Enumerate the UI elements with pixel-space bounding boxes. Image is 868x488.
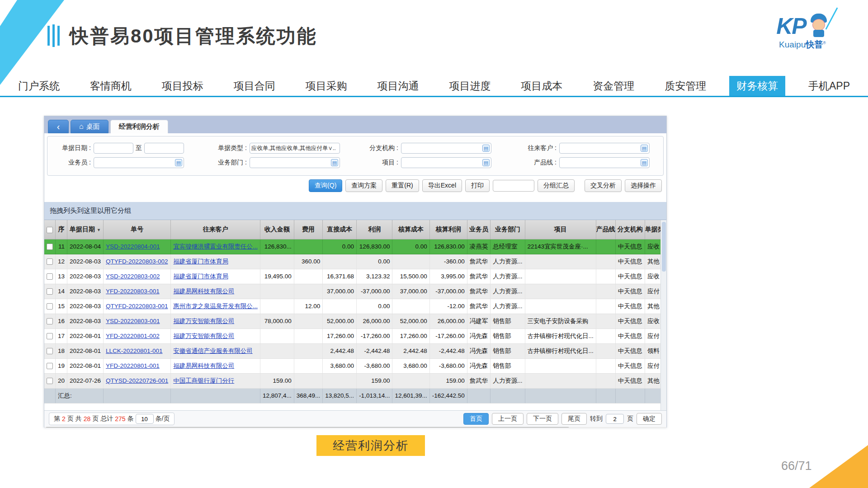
table-row[interactable]: 202022-07-26QTYSD-20220726-001中国工商银行厦门分行… xyxy=(44,373,666,388)
doc_no-link[interactable]: YFD-20220801-001 xyxy=(106,362,160,369)
prev-page-button[interactable]: 上一页 xyxy=(492,413,524,425)
table-row[interactable]: 142022-08-03YFD-20220803-001福建易网科技有限公司37… xyxy=(44,284,666,299)
table-row[interactable]: 112022-08-04YSD-20220804-001宜宾骏继洪骥置业有限责任… xyxy=(44,239,666,254)
export-excel-button[interactable]: 导出Excel xyxy=(422,179,462,192)
row-checkbox[interactable] xyxy=(47,273,53,280)
doc_no-link[interactable]: LLCK-20220801-001 xyxy=(106,347,162,354)
column-header-direct_cost[interactable]: 直接成本 xyxy=(323,220,357,239)
row-checkbox[interactable] xyxy=(47,288,53,295)
cross-analysis-button[interactable]: 交叉分析 xyxy=(585,179,622,192)
row-checkbox[interactable] xyxy=(47,348,53,354)
last-page-button[interactable]: 尾页 xyxy=(561,413,587,425)
row-checkbox[interactable] xyxy=(47,244,53,250)
doc_no-link[interactable]: YSD-20220803-002 xyxy=(106,273,160,280)
nav-item-4[interactable]: 项目合同 xyxy=(226,76,283,96)
row-checkbox[interactable] xyxy=(47,363,53,369)
customer-link[interactable]: 福建万安智能有限公司 xyxy=(173,318,234,324)
reset-button[interactable]: 重置(R) xyxy=(386,179,419,192)
column-header-profit[interactable]: 利润 xyxy=(357,220,392,239)
page-size-input[interactable] xyxy=(136,414,154,424)
nav-item-9[interactable]: 资金管理 xyxy=(585,76,642,96)
doc_no-link[interactable]: QTYFD-20220803-002 xyxy=(106,258,168,265)
department-input[interactable]: ▤ xyxy=(250,157,340,168)
tab-profit-analysis[interactable]: 经营利润分析 xyxy=(110,120,168,133)
tab-desktop[interactable]: ⌂ 桌面 xyxy=(71,120,108,133)
doc_no-link[interactable]: YSD-20220803-001 xyxy=(106,318,160,324)
table-row[interactable]: 132022-08-03YSD-20220803-002福建省厦门市体育局19,… xyxy=(44,269,666,284)
goto-page-input[interactable] xyxy=(606,414,624,424)
nav-item-3[interactable]: 项目投标 xyxy=(155,76,211,96)
nav-item-8[interactable]: 项目成本 xyxy=(514,76,570,96)
customer-link[interactable]: 安徽省通信产业服务有限公司 xyxy=(173,347,253,354)
doc_no-link[interactable]: YFD-20220803-001 xyxy=(106,288,160,295)
vertical-scrollbar[interactable] xyxy=(660,220,666,422)
first-page-button[interactable]: 首页 xyxy=(463,413,489,425)
nav-item-5[interactable]: 项目采购 xyxy=(298,76,354,96)
column-header-income[interactable]: 收入金额 xyxy=(260,220,294,239)
product-line-input[interactable]: ▤ xyxy=(559,157,650,168)
select-operation-button[interactable]: 选择操作 xyxy=(625,179,662,192)
branch-input[interactable]: ▤ xyxy=(401,143,491,154)
doc_no-link[interactable]: YSD-20220804-001 xyxy=(106,243,160,250)
nav-item-6[interactable]: 项目沟通 xyxy=(370,76,426,96)
doc_no-link[interactable]: YFD-20220801-002 xyxy=(106,333,160,339)
query-plan-button[interactable]: 查询方案 xyxy=(345,179,382,192)
column-header-acct_cost[interactable]: 核算成本 xyxy=(392,220,429,239)
customer-link[interactable]: 福建省厦门市体育局 xyxy=(173,258,228,265)
lookup-list-icon[interactable]: ▤ xyxy=(641,159,648,166)
vertical-scroll-thumb[interactable] xyxy=(662,222,666,272)
column-header-product_line[interactable]: 产品线 xyxy=(596,220,615,239)
lookup-list-icon[interactable]: ▤ xyxy=(482,145,490,152)
quick-filter-input[interactable] xyxy=(493,180,534,192)
doc-type-input[interactable]: 应收单,其他应收单,其他应付单∨.. xyxy=(250,143,340,154)
customer-link[interactable]: 福建易网科技有限公司 xyxy=(173,288,234,295)
column-header-sel[interactable] xyxy=(44,220,56,239)
column-header-doc_no[interactable]: 单号 xyxy=(104,220,171,239)
column-header-acct_profit[interactable]: 核算利润 xyxy=(429,220,467,239)
row-checkbox[interactable] xyxy=(47,333,53,339)
lookup-list-icon[interactable]: ▤ xyxy=(175,159,182,166)
group-summary-button[interactable]: 分组汇总 xyxy=(538,179,575,192)
nav-item-10[interactable]: 质安管理 xyxy=(657,76,713,96)
customer-link[interactable]: 宜宾骏继洪骥置业有限责任公... xyxy=(173,243,258,250)
table-row[interactable]: 152022-08-03QTYFD-20220803-001惠州市龙之泉温泉开发… xyxy=(44,299,666,314)
lookup-list-icon[interactable]: ▤ xyxy=(641,145,648,152)
query-button[interactable]: 查询(Q) xyxy=(309,179,342,192)
customer-link[interactable]: 福建易网科技有限公司 xyxy=(173,362,234,369)
customer-link[interactable]: 惠州市龙之泉温泉开发有限公... xyxy=(173,303,258,310)
date-to-input[interactable] xyxy=(144,143,184,154)
confirm-button[interactable]: 确定 xyxy=(637,413,662,425)
row-checkbox[interactable] xyxy=(47,258,53,265)
column-header-fee[interactable]: 费用 xyxy=(294,220,323,239)
customer-link[interactable]: 福建万安智能有限公司 xyxy=(173,333,234,339)
group-drop-zone[interactable]: 拖拽列头到这里以用它分组 xyxy=(44,202,666,220)
column-header-customer[interactable]: 往来客户 xyxy=(171,220,260,239)
salesperson-input[interactable]: ▤ xyxy=(94,157,184,168)
row-checkbox[interactable] xyxy=(47,303,53,310)
doc_no-link[interactable]: QTYSD-20220726-001 xyxy=(106,377,168,384)
column-header-seq[interactable]: 序 xyxy=(56,220,67,239)
doc_no-link[interactable]: QTYFD-20220803-001 xyxy=(106,303,168,310)
customer-link[interactable]: 福建省厦门市体育局 xyxy=(173,273,228,280)
table-row[interactable]: 122022-08-03QTYFD-20220803-002福建省厦门市体育局3… xyxy=(44,254,666,269)
row-checkbox[interactable] xyxy=(47,318,53,324)
column-header-branch[interactable]: 分支机构 xyxy=(615,220,645,239)
lookup-list-icon[interactable]: ▤ xyxy=(331,159,338,166)
table-row[interactable]: 172022-08-01YFD-20220801-002福建万安智能有限公司17… xyxy=(44,328,666,343)
lookup-list-icon[interactable]: ▤ xyxy=(482,159,490,166)
customer-input[interactable]: ▤ xyxy=(559,143,650,154)
sort-arrow-icon[interactable]: ▼ xyxy=(97,228,101,232)
column-header-project[interactable]: 项目 xyxy=(525,220,596,239)
nav-item-2[interactable]: 客情商机 xyxy=(83,76,139,96)
date-from-input[interactable] xyxy=(94,143,133,154)
next-page-button[interactable]: 下一页 xyxy=(527,413,558,425)
column-header-salesperson[interactable]: 业务员 xyxy=(467,220,491,239)
back-button[interactable]: ‹ xyxy=(48,120,69,133)
table-row[interactable]: 162022-08-03YSD-20220803-001福建万安智能有限公司78… xyxy=(44,314,666,328)
table-row[interactable]: 182022-08-01LLCK-20220801-001安徽省通信产业服务有限… xyxy=(44,343,666,358)
select-all-checkbox[interactable] xyxy=(47,227,53,233)
nav-item-1[interactable]: 门户系统 xyxy=(11,76,67,96)
column-header-dept[interactable]: 业务部门 xyxy=(491,220,525,239)
table-row[interactable]: 192022-08-01YFD-20220801-001福建易网科技有限公司3,… xyxy=(44,358,666,373)
print-button[interactable]: 打印 xyxy=(465,179,490,192)
